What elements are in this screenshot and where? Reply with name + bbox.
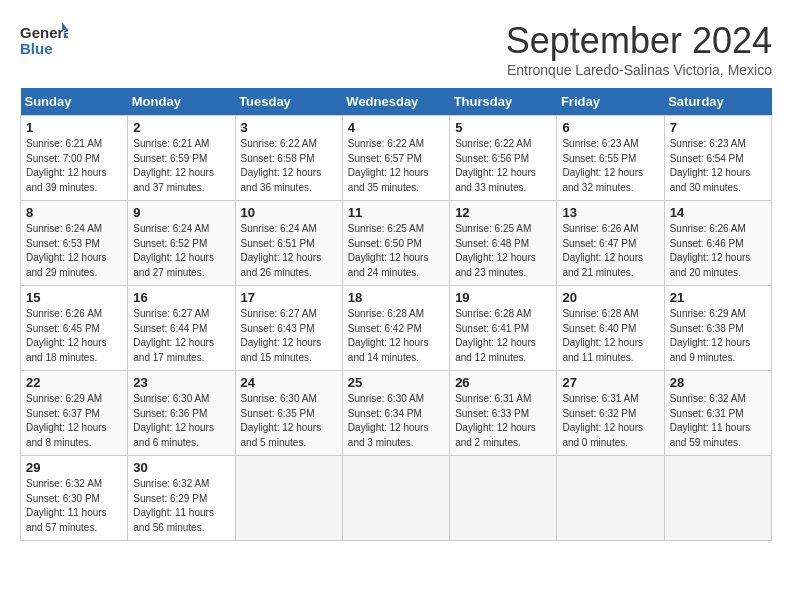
- calendar-cell: 27Sunrise: 6:31 AM Sunset: 6:32 PM Dayli…: [557, 371, 664, 456]
- weekday-header-saturday: Saturday: [664, 88, 771, 116]
- day-number: 9: [133, 205, 229, 220]
- calendar-cell: 23Sunrise: 6:30 AM Sunset: 6:36 PM Dayli…: [128, 371, 235, 456]
- cell-info: Sunrise: 6:31 AM Sunset: 6:33 PM Dayligh…: [455, 392, 551, 450]
- day-number: 22: [26, 375, 122, 390]
- calendar-body: 1Sunrise: 6:21 AM Sunset: 7:00 PM Daylig…: [21, 116, 772, 541]
- weekday-header-thursday: Thursday: [450, 88, 557, 116]
- calendar-cell: 28Sunrise: 6:32 AM Sunset: 6:31 PM Dayli…: [664, 371, 771, 456]
- day-number: 7: [670, 120, 766, 135]
- weekday-header-wednesday: Wednesday: [342, 88, 449, 116]
- day-number: 6: [562, 120, 658, 135]
- calendar-cell: 4Sunrise: 6:22 AM Sunset: 6:57 PM Daylig…: [342, 116, 449, 201]
- calendar-cell: [450, 456, 557, 541]
- week-row-2: 8Sunrise: 6:24 AM Sunset: 6:53 PM Daylig…: [21, 201, 772, 286]
- day-number: 5: [455, 120, 551, 135]
- day-number: 27: [562, 375, 658, 390]
- calendar-cell: 19Sunrise: 6:28 AM Sunset: 6:41 PM Dayli…: [450, 286, 557, 371]
- calendar-cell: 24Sunrise: 6:30 AM Sunset: 6:35 PM Dayli…: [235, 371, 342, 456]
- cell-info: Sunrise: 6:27 AM Sunset: 6:44 PM Dayligh…: [133, 307, 229, 365]
- calendar-cell: 5Sunrise: 6:22 AM Sunset: 6:56 PM Daylig…: [450, 116, 557, 201]
- day-number: 14: [670, 205, 766, 220]
- calendar-cell: 9Sunrise: 6:24 AM Sunset: 6:52 PM Daylig…: [128, 201, 235, 286]
- day-number: 21: [670, 290, 766, 305]
- cell-info: Sunrise: 6:22 AM Sunset: 6:57 PM Dayligh…: [348, 137, 444, 195]
- cell-info: Sunrise: 6:31 AM Sunset: 6:32 PM Dayligh…: [562, 392, 658, 450]
- weekday-header-row: SundayMondayTuesdayWednesdayThursdayFrid…: [21, 88, 772, 116]
- day-number: 10: [241, 205, 337, 220]
- day-number: 19: [455, 290, 551, 305]
- day-number: 4: [348, 120, 444, 135]
- cell-info: Sunrise: 6:32 AM Sunset: 6:31 PM Dayligh…: [670, 392, 766, 450]
- calendar-cell: 18Sunrise: 6:28 AM Sunset: 6:42 PM Dayli…: [342, 286, 449, 371]
- weekday-header-tuesday: Tuesday: [235, 88, 342, 116]
- day-number: 26: [455, 375, 551, 390]
- cell-info: Sunrise: 6:26 AM Sunset: 6:47 PM Dayligh…: [562, 222, 658, 280]
- cell-info: Sunrise: 6:26 AM Sunset: 6:46 PM Dayligh…: [670, 222, 766, 280]
- day-number: 8: [26, 205, 122, 220]
- calendar-cell: [664, 456, 771, 541]
- cell-info: Sunrise: 6:25 AM Sunset: 6:50 PM Dayligh…: [348, 222, 444, 280]
- cell-info: Sunrise: 6:24 AM Sunset: 6:51 PM Dayligh…: [241, 222, 337, 280]
- weekday-header-sunday: Sunday: [21, 88, 128, 116]
- calendar-cell: 11Sunrise: 6:25 AM Sunset: 6:50 PM Dayli…: [342, 201, 449, 286]
- calendar-cell: 25Sunrise: 6:30 AM Sunset: 6:34 PM Dayli…: [342, 371, 449, 456]
- calendar-cell: [342, 456, 449, 541]
- cell-info: Sunrise: 6:29 AM Sunset: 6:37 PM Dayligh…: [26, 392, 122, 450]
- day-number: 25: [348, 375, 444, 390]
- month-title: September 2024: [506, 20, 772, 62]
- calendar-cell: 10Sunrise: 6:24 AM Sunset: 6:51 PM Dayli…: [235, 201, 342, 286]
- svg-text:General: General: [20, 24, 68, 41]
- calendar-cell: 8Sunrise: 6:24 AM Sunset: 6:53 PM Daylig…: [21, 201, 128, 286]
- location-subtitle: Entronque Laredo-Salinas Victoria, Mexic…: [506, 62, 772, 78]
- svg-text:Blue: Blue: [20, 40, 53, 57]
- day-number: 15: [26, 290, 122, 305]
- cell-info: Sunrise: 6:27 AM Sunset: 6:43 PM Dayligh…: [241, 307, 337, 365]
- calendar-cell: [557, 456, 664, 541]
- calendar-cell: 17Sunrise: 6:27 AM Sunset: 6:43 PM Dayli…: [235, 286, 342, 371]
- day-number: 23: [133, 375, 229, 390]
- calendar-cell: [235, 456, 342, 541]
- cell-info: Sunrise: 6:30 AM Sunset: 6:36 PM Dayligh…: [133, 392, 229, 450]
- day-number: 16: [133, 290, 229, 305]
- cell-info: Sunrise: 6:22 AM Sunset: 6:58 PM Dayligh…: [241, 137, 337, 195]
- calendar-cell: 6Sunrise: 6:23 AM Sunset: 6:55 PM Daylig…: [557, 116, 664, 201]
- cell-info: Sunrise: 6:23 AM Sunset: 6:55 PM Dayligh…: [562, 137, 658, 195]
- cell-info: Sunrise: 6:21 AM Sunset: 6:59 PM Dayligh…: [133, 137, 229, 195]
- cell-info: Sunrise: 6:29 AM Sunset: 6:38 PM Dayligh…: [670, 307, 766, 365]
- cell-info: Sunrise: 6:23 AM Sunset: 6:54 PM Dayligh…: [670, 137, 766, 195]
- calendar-cell: 26Sunrise: 6:31 AM Sunset: 6:33 PM Dayli…: [450, 371, 557, 456]
- cell-info: Sunrise: 6:32 AM Sunset: 6:30 PM Dayligh…: [26, 477, 122, 535]
- day-number: 28: [670, 375, 766, 390]
- week-row-5: 29Sunrise: 6:32 AM Sunset: 6:30 PM Dayli…: [21, 456, 772, 541]
- cell-info: Sunrise: 6:24 AM Sunset: 6:52 PM Dayligh…: [133, 222, 229, 280]
- calendar-cell: 15Sunrise: 6:26 AM Sunset: 6:45 PM Dayli…: [21, 286, 128, 371]
- cell-info: Sunrise: 6:24 AM Sunset: 6:53 PM Dayligh…: [26, 222, 122, 280]
- calendar-cell: 7Sunrise: 6:23 AM Sunset: 6:54 PM Daylig…: [664, 116, 771, 201]
- calendar-cell: 14Sunrise: 6:26 AM Sunset: 6:46 PM Dayli…: [664, 201, 771, 286]
- cell-info: Sunrise: 6:28 AM Sunset: 6:40 PM Dayligh…: [562, 307, 658, 365]
- day-number: 3: [241, 120, 337, 135]
- day-number: 12: [455, 205, 551, 220]
- day-number: 13: [562, 205, 658, 220]
- cell-info: Sunrise: 6:28 AM Sunset: 6:42 PM Dayligh…: [348, 307, 444, 365]
- calendar-cell: 30Sunrise: 6:32 AM Sunset: 6:29 PM Dayli…: [128, 456, 235, 541]
- week-row-3: 15Sunrise: 6:26 AM Sunset: 6:45 PM Dayli…: [21, 286, 772, 371]
- calendar-cell: 1Sunrise: 6:21 AM Sunset: 7:00 PM Daylig…: [21, 116, 128, 201]
- calendar-cell: 3Sunrise: 6:22 AM Sunset: 6:58 PM Daylig…: [235, 116, 342, 201]
- cell-info: Sunrise: 6:22 AM Sunset: 6:56 PM Dayligh…: [455, 137, 551, 195]
- cell-info: Sunrise: 6:26 AM Sunset: 6:45 PM Dayligh…: [26, 307, 122, 365]
- calendar-cell: 20Sunrise: 6:28 AM Sunset: 6:40 PM Dayli…: [557, 286, 664, 371]
- logo-icon: General Blue: [20, 20, 68, 58]
- day-number: 29: [26, 460, 122, 475]
- cell-info: Sunrise: 6:28 AM Sunset: 6:41 PM Dayligh…: [455, 307, 551, 365]
- logo: General Blue: [20, 20, 68, 58]
- week-row-1: 1Sunrise: 6:21 AM Sunset: 7:00 PM Daylig…: [21, 116, 772, 201]
- day-number: 2: [133, 120, 229, 135]
- cell-info: Sunrise: 6:21 AM Sunset: 7:00 PM Dayligh…: [26, 137, 122, 195]
- cell-info: Sunrise: 6:30 AM Sunset: 6:35 PM Dayligh…: [241, 392, 337, 450]
- day-number: 1: [26, 120, 122, 135]
- calendar-cell: 12Sunrise: 6:25 AM Sunset: 6:48 PM Dayli…: [450, 201, 557, 286]
- cell-info: Sunrise: 6:30 AM Sunset: 6:34 PM Dayligh…: [348, 392, 444, 450]
- day-number: 17: [241, 290, 337, 305]
- calendar-cell: 2Sunrise: 6:21 AM Sunset: 6:59 PM Daylig…: [128, 116, 235, 201]
